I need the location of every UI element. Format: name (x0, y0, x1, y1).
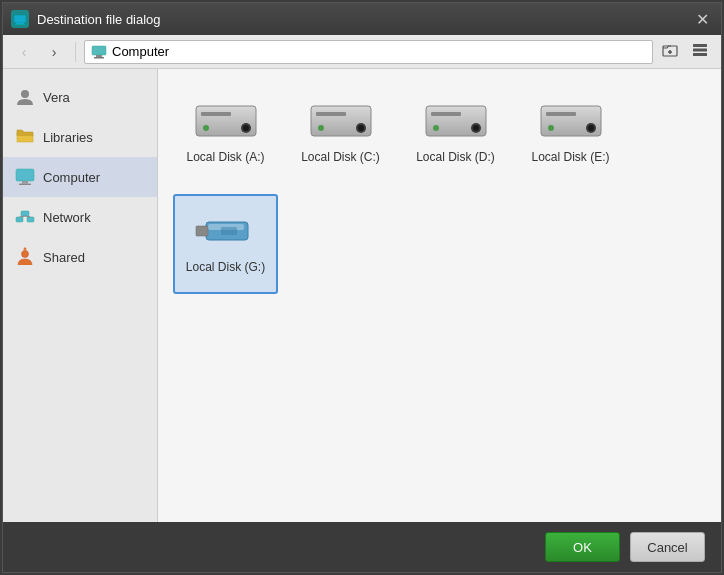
list-view-button[interactable] (687, 39, 713, 65)
svg-rect-16 (16, 217, 23, 222)
svg-rect-40 (546, 112, 576, 116)
cancel-button[interactable]: Cancel (630, 532, 705, 562)
svg-point-32 (358, 125, 364, 131)
svg-marker-23 (23, 247, 27, 250)
sidebar-item-network-label: Network (43, 210, 91, 225)
svg-rect-25 (201, 112, 231, 116)
sidebar-item-libraries[interactable]: Libraries (3, 117, 157, 157)
disk-g-label: Local Disk (G:) (186, 260, 265, 274)
forward-button[interactable]: › (41, 39, 67, 65)
svg-rect-13 (16, 169, 34, 181)
svg-rect-45 (196, 226, 208, 236)
svg-rect-17 (27, 217, 34, 222)
dialog-title: Destination file dialog (37, 12, 691, 27)
svg-rect-47 (221, 227, 237, 235)
svg-point-21 (22, 251, 29, 258)
dialog-icon (11, 10, 29, 28)
vera-icon (15, 87, 35, 107)
footer: OK Cancel (3, 522, 721, 572)
sidebar-item-network[interactable]: Network (3, 197, 157, 237)
disk-c-icon (306, 94, 376, 144)
sidebar-item-shared-label: Shared (43, 250, 85, 265)
location-computer-icon (91, 44, 107, 60)
svg-rect-14 (22, 181, 28, 184)
svg-point-28 (203, 125, 209, 131)
disk-d-icon (421, 94, 491, 144)
sidebar: Vera Libraries (3, 69, 158, 522)
network-icon (15, 207, 35, 227)
svg-rect-11 (693, 53, 707, 56)
svg-rect-2 (15, 24, 25, 25)
disk-e-label: Local Disk (E:) (531, 150, 609, 164)
toolbar: ‹ › Computer (3, 35, 721, 69)
location-bar: Computer (84, 40, 653, 64)
svg-rect-9 (693, 44, 707, 47)
disk-a-label: Local Disk (A:) (186, 150, 264, 164)
forward-icon: › (52, 44, 57, 60)
list-item[interactable]: Local Disk (D:) (403, 84, 508, 184)
computer-icon (15, 167, 35, 187)
sidebar-item-vera-label: Vera (43, 90, 70, 105)
svg-rect-3 (92, 46, 106, 55)
file-area: Local Disk (A:) (158, 69, 721, 522)
back-button[interactable]: ‹ (11, 39, 37, 65)
svg-point-33 (318, 125, 324, 131)
disk-d-label: Local Disk (D:) (416, 150, 495, 164)
shared-icon (15, 247, 35, 267)
ok-button[interactable]: OK (545, 532, 620, 562)
location-text: Computer (112, 44, 169, 59)
svg-rect-10 (693, 49, 707, 52)
disk-e-icon (536, 94, 606, 144)
svg-point-12 (21, 90, 29, 98)
svg-point-43 (548, 125, 554, 131)
title-bar: Destination file dialog ✕ (3, 3, 721, 35)
svg-rect-30 (316, 112, 346, 116)
list-item[interactable]: Local Disk (E:) (518, 84, 623, 184)
sidebar-item-shared[interactable]: Shared (3, 237, 157, 277)
disk-c-label: Local Disk (C:) (301, 150, 380, 164)
svg-rect-4 (96, 55, 102, 57)
sidebar-item-computer[interactable]: Computer (3, 157, 157, 197)
svg-point-27 (243, 125, 249, 131)
svg-rect-0 (14, 15, 26, 23)
list-item[interactable]: Local Disk (A:) (173, 84, 278, 184)
disk-g-icon (191, 204, 261, 254)
svg-line-19 (20, 216, 26, 217)
svg-point-37 (473, 125, 479, 131)
sidebar-item-computer-label: Computer (43, 170, 100, 185)
svg-point-42 (588, 125, 594, 131)
new-folder-button[interactable] (657, 39, 683, 65)
svg-rect-18 (21, 211, 29, 216)
separator (75, 42, 76, 62)
sidebar-item-libraries-label: Libraries (43, 130, 93, 145)
main-content: Vera Libraries (3, 69, 721, 522)
sidebar-item-vera[interactable]: Vera (3, 77, 157, 117)
libraries-icon (15, 127, 35, 147)
back-icon: ‹ (22, 44, 27, 60)
svg-rect-15 (19, 184, 31, 186)
svg-point-38 (433, 125, 439, 131)
toolbar-right-actions (657, 39, 713, 65)
disk-a-icon (191, 94, 261, 144)
new-folder-icon (662, 42, 678, 61)
svg-line-20 (25, 216, 31, 217)
list-view-icon (692, 43, 708, 60)
svg-rect-5 (94, 57, 104, 59)
close-button[interactable]: ✕ (691, 8, 713, 30)
destination-file-dialog: Destination file dialog ✕ ‹ › Computer (2, 2, 722, 573)
list-item[interactable]: Local Disk (G:) (173, 194, 278, 294)
list-item[interactable]: Local Disk (C:) (288, 84, 393, 184)
svg-rect-35 (431, 112, 461, 116)
